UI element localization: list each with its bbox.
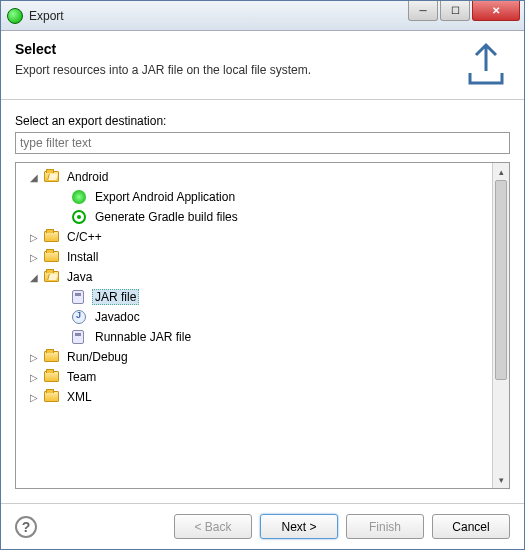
tree-item-gradle[interactable]: Generate Gradle build files xyxy=(16,207,492,227)
window-title: Export xyxy=(29,9,406,23)
maximize-button[interactable]: ☐ xyxy=(440,1,470,21)
expand-icon[interactable]: ▷ xyxy=(28,391,40,403)
tree-item-java[interactable]: ◢ Java xyxy=(16,267,492,287)
app-icon xyxy=(7,8,23,24)
page-title: Select xyxy=(15,41,462,57)
expand-icon[interactable]: ▷ xyxy=(28,371,40,383)
tree-item-cpp[interactable]: ▷ C/C++ xyxy=(16,227,492,247)
tree-item-runnable-jar[interactable]: Runnable JAR file xyxy=(16,327,492,347)
collapse-icon[interactable]: ◢ xyxy=(28,171,40,183)
collapse-icon[interactable]: ◢ xyxy=(28,271,40,283)
tree-item-jar-file[interactable]: JAR file xyxy=(16,287,492,307)
jar-icon xyxy=(72,330,84,344)
tree-item-javadoc[interactable]: Javadoc xyxy=(16,307,492,327)
jar-icon xyxy=(72,290,84,304)
help-button[interactable]: ? xyxy=(15,516,37,538)
export-tree: ◢ Android Export Android Application Gen… xyxy=(15,162,510,489)
wizard-header: Select Export resources into a JAR file … xyxy=(1,31,524,100)
scroll-up-icon[interactable]: ▴ xyxy=(493,163,509,180)
scroll-down-icon[interactable]: ▾ xyxy=(493,471,509,488)
cancel-button[interactable]: Cancel xyxy=(432,514,510,539)
tree-item-team[interactable]: ▷ Team xyxy=(16,367,492,387)
button-bar: ? < Back Next > Finish Cancel xyxy=(1,503,524,549)
close-button[interactable]: ✕ xyxy=(472,1,520,21)
page-description: Export resources into a JAR file on the … xyxy=(15,63,462,77)
gradle-icon xyxy=(72,210,86,224)
scroll-thumb[interactable] xyxy=(495,180,507,380)
finish-button[interactable]: Finish xyxy=(346,514,424,539)
tree-item-xml[interactable]: ▷ XML xyxy=(16,387,492,407)
android-icon xyxy=(72,190,86,204)
scrollbar[interactable]: ▴ ▾ xyxy=(492,163,509,488)
destination-label: Select an export destination: xyxy=(15,114,510,128)
minimize-button[interactable]: ─ xyxy=(408,1,438,21)
export-icon xyxy=(462,41,510,89)
filter-input[interactable] xyxy=(15,132,510,154)
next-button[interactable]: Next > xyxy=(260,514,338,539)
tree-item-install[interactable]: ▷ Install xyxy=(16,247,492,267)
expand-icon[interactable]: ▷ xyxy=(28,231,40,243)
expand-icon[interactable]: ▷ xyxy=(28,351,40,363)
titlebar[interactable]: Export ─ ☐ ✕ xyxy=(1,1,524,31)
tree-item-export-android-app[interactable]: Export Android Application xyxy=(16,187,492,207)
tree-item-run-debug[interactable]: ▷ Run/Debug xyxy=(16,347,492,367)
javadoc-icon xyxy=(72,310,86,324)
expand-icon[interactable]: ▷ xyxy=(28,251,40,263)
export-dialog: Export ─ ☐ ✕ Select Export resources int… xyxy=(0,0,525,550)
back-button[interactable]: < Back xyxy=(174,514,252,539)
tree-item-android[interactable]: ◢ Android xyxy=(16,167,492,187)
